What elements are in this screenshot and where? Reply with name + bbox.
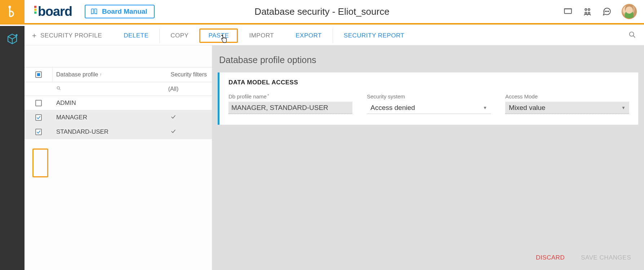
page-title: Database security - Eliot_source (254, 6, 389, 17)
row-checkbox[interactable] (35, 129, 42, 135)
filter-all-text[interactable]: (All) (140, 86, 212, 92)
paste-button[interactable]: PASTE (199, 28, 238, 43)
svg-point-9 (588, 12, 590, 14)
panel-footer: DISCARD SAVE CHANGES (218, 247, 638, 266)
has-filter-check-icon (170, 115, 176, 121)
profile-list-panel: Database profile ↑ Security filters (All… (25, 45, 212, 270)
security-system-label: Security system (367, 93, 491, 99)
discard-button[interactable]: DISCARD (536, 254, 565, 261)
logo-b-icon (6, 5, 18, 18)
brand-text: board (38, 4, 72, 19)
board-manual-button[interactable]: Board Manual (85, 5, 155, 18)
panel-title: Database profile options (219, 55, 638, 65)
delete-button[interactable]: DELETE (113, 28, 159, 43)
grid-filter-row: (All) (25, 82, 212, 96)
profile-row[interactable]: STANDARD-USER (25, 125, 212, 139)
card-heading: DATA MODEL ACCESS (228, 79, 629, 86)
profile-name: ADMIN (53, 99, 140, 107)
svg-point-7 (588, 9, 590, 10)
svg-point-13 (16, 35, 17, 36)
app-logo[interactable] (0, 0, 25, 24)
data-model-access-card: DATA MODEL ACCESS Db profile name* Secur… (218, 72, 638, 125)
svg-rect-4 (564, 9, 572, 13)
save-changes-button: SAVE CHANGES (581, 254, 631, 261)
top-bar: board Board Manual Database security - E… (0, 0, 644, 25)
row-checkbox[interactable] (35, 100, 42, 106)
svg-rect-3 (34, 12, 36, 14)
select-all-checkbox[interactable] (35, 71, 42, 78)
access-mode-label: Access Mode (505, 93, 629, 99)
svg-rect-1 (34, 6, 36, 8)
plus-icon (31, 32, 37, 39)
user-avatar[interactable] (622, 4, 637, 19)
book-icon (90, 8, 98, 15)
svg-point-0 (9, 6, 10, 8)
left-rail (0, 26, 25, 270)
add-security-profile-button[interactable]: SECURITY PROFILE (31, 28, 113, 43)
chat-icon[interactable] (602, 7, 612, 16)
brand-dots-icon (34, 5, 37, 16)
users-icon[interactable] (583, 7, 592, 16)
svg-point-8 (585, 12, 587, 14)
db-profile-name-label: Db profile name* (228, 93, 352, 99)
presentation-icon[interactable] (563, 7, 573, 16)
svg-point-10 (605, 11, 606, 12)
filter-search-icon[interactable] (56, 86, 61, 92)
db-profile-name-input[interactable] (228, 102, 352, 114)
brand-wordmark: board (34, 4, 72, 19)
export-button[interactable]: EXPORT (285, 28, 333, 43)
security-report-button[interactable]: SECURITY REPORT (333, 28, 415, 43)
chevron-down-icon: ▼ (621, 105, 626, 110)
row-checkbox[interactable] (35, 114, 42, 121)
has-filter-check-icon (170, 129, 176, 135)
svg-line-19 (59, 89, 60, 90)
profile-name: STANDARD-USER (53, 128, 140, 136)
security-system-value: Access denied (370, 104, 415, 112)
svg-point-11 (607, 11, 607, 12)
svg-point-6 (585, 9, 587, 10)
topbar-right-icons (563, 4, 637, 19)
svg-line-17 (633, 36, 635, 37)
profile-name: MANAGER (53, 114, 140, 121)
copy-button[interactable]: COPY (160, 28, 199, 43)
security-system-select[interactable]: Access denied ▼ (367, 102, 491, 114)
column-header-profile[interactable]: Database profile ↑ (53, 71, 140, 78)
toolbar-search-icon[interactable] (628, 31, 636, 40)
access-mode-select[interactable]: Mixed value ▼ (505, 102, 629, 114)
svg-point-12 (608, 11, 609, 12)
svg-point-18 (57, 87, 59, 89)
profile-row[interactable]: ADMIN (25, 96, 212, 110)
profile-options-panel: Database profile options DATA MODEL ACCE… (212, 45, 644, 270)
svg-point-16 (630, 32, 634, 36)
sort-asc-icon: ↑ (100, 72, 102, 77)
grid-header-row: Database profile ↑ Security filters (25, 67, 212, 82)
manual-button-label: Board Manual (102, 8, 147, 16)
column-header-filters[interactable]: Security filters (140, 71, 212, 78)
svg-rect-2 (34, 9, 36, 11)
chevron-down-icon: ▼ (483, 105, 487, 110)
import-button[interactable]: IMPORT (238, 28, 285, 43)
cube-icon[interactable] (6, 33, 18, 46)
access-mode-value: Mixed value (509, 104, 545, 112)
action-toolbar: SECURITY PROFILE DELETE COPY PASTE IMPOR… (25, 26, 644, 45)
add-profile-label: SECURITY PROFILE (40, 32, 102, 39)
profile-row[interactable]: MANAGER (25, 110, 212, 125)
